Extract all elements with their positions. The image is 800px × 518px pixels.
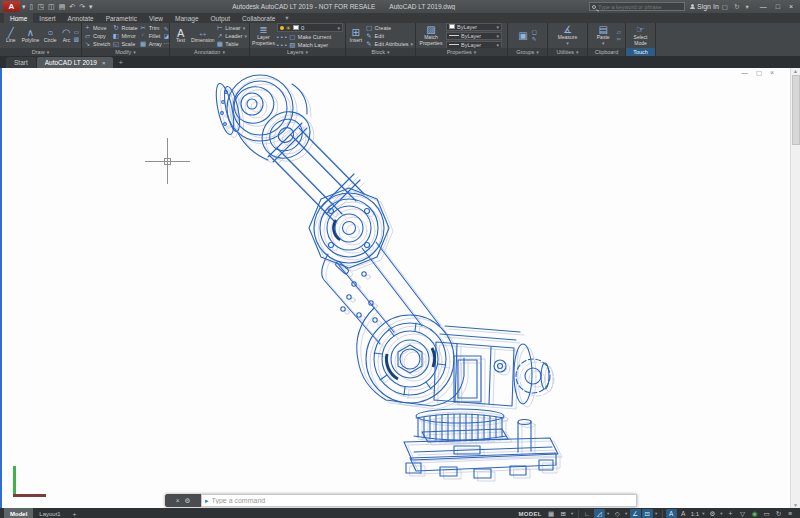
tab-manage[interactable]: Manage — [169, 13, 205, 23]
line-button[interactable]: ╱ Line — [2, 28, 20, 44]
isodraft-icon[interactable]: ◇ — [612, 509, 623, 518]
doc-minimize-icon[interactable]: — — [742, 69, 749, 77]
tab-insert[interactable]: Insert — [33, 13, 61, 23]
stretch-button[interactable]: ↘Stretch — [84, 40, 110, 47]
copy-button[interactable]: ▱Copy — [84, 32, 110, 39]
linetype-dropdown[interactable]: ByLayer ▾ — [446, 41, 502, 49]
tab-output[interactable]: Output — [205, 13, 237, 23]
help-search-box[interactable] — [589, 2, 685, 11]
copy-clip-icon[interactable]: ▱ — [617, 29, 622, 35]
select-mode-button[interactable]: ☞ Select Mode — [629, 25, 652, 46]
tab-home[interactable]: Home — [4, 13, 33, 23]
make-current-button[interactable]: ▪▪▪ ▢ Make Current — [277, 33, 343, 40]
vertical-scrollbar[interactable]: ▲ ▼ — [790, 68, 800, 508]
move-button[interactable]: +Move — [84, 24, 110, 31]
rotate-button[interactable]: ↻Rotate — [112, 24, 137, 31]
ortho-icon[interactable]: ∟ — [582, 509, 593, 518]
file-tab-start[interactable]: Start — [6, 57, 36, 68]
scroll-down-icon[interactable]: ▼ — [793, 502, 798, 508]
grid-icon[interactable]: ▦ — [546, 509, 557, 518]
isodraft-caret-icon[interactable]: ▾ — [624, 511, 629, 516]
ungroup-icon[interactable]: ▢ — [532, 29, 537, 35]
window-close-icon[interactable]: × — [789, 3, 793, 10]
sign-in-button[interactable]: Sign In — [697, 3, 719, 10]
search-input[interactable] — [598, 4, 682, 10]
file-tab-close-icon[interactable]: × — [102, 60, 106, 66]
object-snap-tracking-icon[interactable]: ∠ — [630, 509, 641, 518]
dimension-button[interactable]: ↔ Dimension — [191, 28, 214, 44]
annotation-scale-caret-icon[interactable]: ▾ — [701, 511, 706, 516]
match-layer-button[interactable]: ▪▪▪ ▨ Match Layer — [277, 41, 343, 48]
group-edit-icon[interactable]: ✎ — [532, 36, 537, 42]
file-tab-document[interactable]: AutoCAD LT 2019 × — [37, 57, 114, 68]
tab-view[interactable]: View — [143, 13, 169, 23]
explode-icon[interactable]: ◪ — [164, 33, 169, 39]
trim-button[interactable]: ✂Trim — [140, 24, 162, 31]
paste-button[interactable]: ▤ Paste ▾ — [592, 25, 615, 47]
hatch-icon[interactable]: ▨ — [74, 36, 79, 42]
edit-block-button[interactable]: ✎Edit — [366, 32, 413, 39]
lineweight-dropdown[interactable]: ByLayer ▾ — [446, 32, 502, 40]
more-tools-icon[interactable]: ⋯ — [164, 40, 169, 46]
app-menu-caret-icon[interactable]: ▾ — [22, 3, 26, 11]
create-block-button[interactable]: ▢Create — [366, 24, 413, 31]
snap-icon[interactable]: ⊞ — [558, 509, 569, 518]
layer-dropdown[interactable]: ☀ 0 ▾ — [277, 23, 343, 32]
model-space-indicator[interactable]: MODEL — [518, 511, 541, 517]
annotation-monitor-icon[interactable]: + — [725, 509, 736, 518]
scale-button[interactable]: ◱Scale — [112, 40, 137, 47]
polyline-button[interactable]: ∧ Polyline — [22, 28, 40, 44]
save-file-icon[interactable]: ◫ — [48, 3, 55, 11]
open-file-icon[interactable]: ◳ — [37, 3, 44, 11]
new-layout-plus-icon[interactable]: + — [67, 508, 83, 518]
erase-icon[interactable]: ✎ — [164, 26, 169, 32]
array-button[interactable]: ▦Array — [140, 40, 162, 47]
command-input[interactable] — [212, 497, 633, 504]
match-properties-button[interactable]: ▨ Match Properties — [418, 25, 444, 46]
app-store-icon[interactable]: ▢ — [722, 3, 728, 11]
model-tab[interactable]: Model — [4, 508, 33, 518]
circle-button[interactable]: ○ Circle — [41, 28, 59, 44]
drawing-canvas[interactable]: — ▢ × ▲ ▼ × ⚙ ▸ — [0, 68, 800, 508]
command-line-grip[interactable]: × ⚙ — [165, 494, 201, 507]
leader-button[interactable]: ↗Leader▾ — [216, 32, 247, 39]
autoscale-icon[interactable]: A — [678, 509, 689, 518]
help-caret-icon[interactable]: ▾ — [745, 3, 748, 11]
scroll-up-icon[interactable]: ▲ — [793, 68, 798, 74]
polar-tracking-icon[interactable]: ◿ — [594, 509, 605, 518]
ribbon-options-caret-icon[interactable]: ▾ — [281, 13, 292, 23]
table-button[interactable]: ▦Table — [216, 40, 247, 47]
scrollbar-thumb[interactable] — [792, 75, 800, 145]
redo-icon[interactable]: ↷ — [79, 3, 85, 11]
isolate-objects-icon[interactable]: ◉ — [749, 509, 760, 518]
new-drawing-plus-icon[interactable]: + — [118, 58, 123, 68]
arc-button[interactable]: ◠ Arc — [61, 28, 72, 44]
text-button[interactable]: A Text — [172, 28, 189, 44]
snap-caret-icon[interactable]: ▾ — [570, 511, 575, 516]
insert-block-button[interactable]: ⊞ Insert — [348, 28, 364, 44]
object-color-dropdown[interactable]: ByLayer ▾ — [446, 23, 502, 31]
layout1-tab[interactable]: Layout1 — [33, 508, 66, 518]
window-maximize-icon[interactable]: □ — [776, 3, 780, 10]
doc-close-icon[interactable]: × — [770, 69, 774, 77]
qat-customize-caret-icon[interactable]: ▾ — [89, 3, 93, 11]
rectangle-icon[interactable]: ▭ — [74, 29, 79, 35]
autodesk-360-icon[interactable]: ↻ — [734, 3, 739, 11]
measure-button[interactable]: ∡ Measure ▾ — [556, 25, 579, 47]
tab-collaborate[interactable]: Collaborate — [236, 13, 281, 23]
graphics-performance-icon[interactable]: ▭ — [761, 509, 772, 518]
clean-screen-icon[interactable]: ↻ — [773, 509, 784, 518]
workspace-gear-icon[interactable]: ⚙ — [707, 509, 718, 518]
workspace-caret-icon[interactable]: ▾ — [719, 511, 724, 516]
polar-caret-icon[interactable]: ▾ — [606, 511, 611, 516]
annotation-visibility-icon[interactable]: A — [666, 509, 677, 518]
doc-restore-icon[interactable]: ▢ — [756, 69, 762, 77]
layer-properties-button[interactable]: ≣ Layer Properties — [252, 25, 275, 46]
mirror-button[interactable]: ◧Mirror — [112, 32, 137, 39]
linear-button[interactable]: ⊢Linear▾ — [216, 24, 247, 31]
fillet-button[interactable]: ◜Fillet — [140, 32, 162, 39]
tab-annotate[interactable]: Annotate — [62, 13, 100, 23]
app-menu-button[interactable]: A — [3, 1, 20, 12]
undo-icon[interactable]: ↶ — [69, 3, 75, 11]
command-close-icon[interactable]: × — [176, 497, 180, 504]
